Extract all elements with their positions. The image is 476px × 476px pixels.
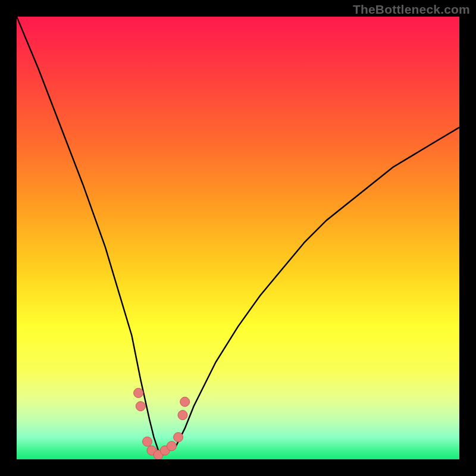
curve-markers	[134, 388, 190, 459]
chart-frame	[17, 17, 459, 459]
curve-marker	[167, 441, 176, 451]
curve-marker	[174, 433, 183, 442]
curve-marker	[180, 397, 190, 406]
bottleneck-curve	[17, 17, 459, 455]
plot-area	[17, 17, 459, 459]
curve-marker	[134, 388, 143, 397]
watermark-text: TheBottleneck.com	[353, 2, 470, 17]
curve-marker	[143, 437, 152, 446]
chart-svg	[17, 17, 459, 459]
curve-marker	[178, 411, 187, 420]
curve-marker	[136, 402, 145, 411]
